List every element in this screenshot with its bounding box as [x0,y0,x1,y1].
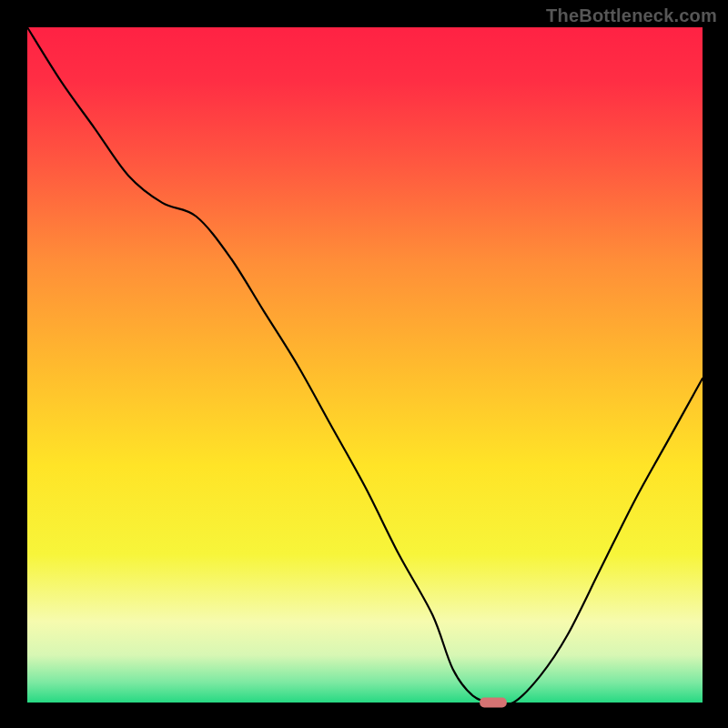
optimal-marker [480,697,507,707]
plot-background [27,27,703,703]
watermark-text: TheBottleneck.com [546,5,717,26]
chart-frame: TheBottleneck.com [0,0,728,728]
bottleneck-chart [0,0,728,728]
